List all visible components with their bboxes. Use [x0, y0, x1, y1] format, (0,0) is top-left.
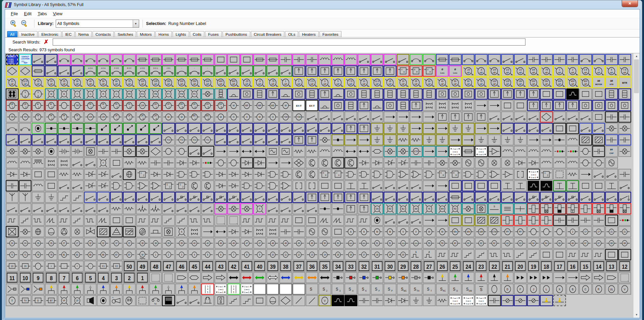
- symbol-cell-ct[interactable]: W: [436, 226, 449, 237]
- symbol-cell-ind[interactable]: [344, 54, 357, 65]
- symbol-cell-ct[interactable]: CR2: [123, 111, 136, 123]
- symbol-cell-arrLR[interactable]: [358, 146, 370, 157]
- symbol-cell-aw[interactable]: [240, 272, 253, 283]
- symbol-cell-boxg[interactable]: [436, 88, 449, 100]
- symbol-cell-led[interactable]: [201, 157, 214, 168]
- symbol-cell-cn[interactable]: 38: [136, 238, 149, 249]
- symbol-cell-cxq[interactable]: [71, 226, 84, 237]
- symbol-cell-cn[interactable]: 21: [618, 226, 631, 237]
- symbol-cell-swb[interactable]: [306, 65, 318, 77]
- symbol-cell-sw[interactable]: [19, 134, 32, 145]
- symbol-cell-cxg[interactable]: [32, 226, 45, 237]
- symbol-cell-sw[interactable]: [279, 203, 292, 214]
- symbol-cell-bars[interactable]: [501, 203, 514, 214]
- symbol-cell-cap[interactable]: [97, 146, 110, 157]
- symbol-cell-coil[interactable]: [214, 157, 227, 168]
- symbol-cell-st[interactable]: S4: [344, 284, 357, 295]
- symbol-cell-di[interactable]: [371, 157, 384, 168]
- symbol-cell-gate[interactable]: [279, 169, 292, 180]
- symbol-cell-xfmr[interactable]: [462, 100, 475, 111]
- symbol-cell-cn[interactable]: 71: [19, 249, 32, 260]
- symbol-cell-swd[interactable]: [214, 192, 227, 203]
- symbol-cell-sqn[interactable]: X2: [110, 261, 123, 272]
- symbol-cell-noT[interactable]: ↑: [201, 65, 214, 77]
- symbol-cell-num[interactable]: 49: [136, 261, 149, 272]
- symbol-cell-gnd[interactable]: [436, 134, 449, 145]
- symbol-cell-cn[interactable]: 67: [592, 238, 605, 249]
- symbol-cell-num[interactable]: 10: [19, 272, 32, 283]
- symbol-cell-stlamp[interactable]: [123, 284, 136, 295]
- symbol-cell-sw[interactable]: [84, 134, 97, 145]
- symbol-cell-sq[interactable]: [227, 215, 240, 226]
- symbol-cell-cn[interactable]: 37: [110, 238, 123, 249]
- menu-item-file[interactable]: File: [8, 10, 21, 17]
- symbol-cell-box[interactable]: [540, 88, 553, 100]
- symbol-cell-cxq[interactable]: [501, 157, 514, 168]
- symbol-cell-boxg[interactable]: [475, 88, 488, 100]
- scrollbar-thumb[interactable]: [634, 59, 639, 93]
- symbol-cell-ffb[interactable]: 12: [175, 180, 188, 191]
- symbol-cell-num[interactable]: 35: [318, 261, 331, 272]
- symbol-cell-pulse[interactable]: [279, 215, 292, 226]
- symbol-cell-num[interactable]: 23: [475, 261, 488, 272]
- symbol-cell-mot[interactable]: 2HP: [292, 77, 305, 88]
- symbol-cell-cap[interactable]: [6, 180, 19, 191]
- symbol-cell-fuse[interactable]: [149, 54, 162, 65]
- symbol-cell-sw[interactable]: [279, 134, 292, 145]
- symbol-cell-sw[interactable]: [6, 134, 19, 145]
- symbol-cell-cn[interactable]: 71: [6, 249, 19, 260]
- symbol-cell-stk[interactable]: [618, 88, 631, 100]
- symbol-cell-sw[interactable]: [58, 134, 71, 145]
- symbol-cell-cxl[interactable]: BU: [397, 203, 410, 214]
- symbol-cell-mot[interactable]: 10HP: [358, 77, 370, 88]
- symbol-cell-trn[interactable]: [306, 169, 318, 180]
- symbol-cell-arr[interactable]: [423, 111, 436, 123]
- symbol-cell-plugc[interactable]: [397, 272, 410, 283]
- symbol-cell-sq[interactable]: [618, 272, 631, 283]
- symbol-cell-ind[interactable]: [501, 146, 514, 157]
- symbol-cell-sw[interactable]: [306, 111, 318, 123]
- symbol-cell-box[interactable]: [605, 215, 618, 226]
- symbol-cell-sw[interactable]: [501, 123, 514, 134]
- tab-contacts[interactable]: Contacts: [93, 31, 114, 37]
- symbol-cell-swb[interactable]: [436, 111, 449, 123]
- symbol-cell-grid3[interactable]: 213065: [214, 284, 227, 295]
- symbol-cell-ct[interactable]: CR: [136, 100, 149, 111]
- symbol-cell-pulse2[interactable]: [488, 249, 501, 260]
- symbol-cell-cx[interactable]: [462, 203, 475, 214]
- symbol-cell-cap[interactable]: [605, 134, 618, 145]
- symbol-cell-box[interactable]: [292, 215, 305, 226]
- symbol-cell-fuse[interactable]: [162, 54, 175, 65]
- symbol-cell-bellc[interactable]: [540, 295, 553, 306]
- symbol-cell-swb[interactable]: [318, 192, 331, 203]
- symbol-cell-stlamp[interactable]: [45, 284, 58, 295]
- close-button[interactable]: ✕: [622, 0, 638, 7]
- symbol-cell-stlamp[interactable]: [110, 284, 123, 295]
- symbol-cell-num[interactable]: 45: [188, 261, 201, 272]
- symbol-cell-ind[interactable]: [332, 146, 344, 157]
- symbol-cell-cn[interactable]: 16: [344, 249, 357, 260]
- symbol-cell-ct[interactable]: ETM: [488, 226, 501, 237]
- symbol-cell-num[interactable]: 17: [553, 261, 566, 272]
- symbol-cell-box[interactable]: [605, 249, 618, 260]
- symbol-cell-ctp[interactable]: X: [553, 284, 566, 295]
- symbol-cell-txt[interactable]: ØLoss: [436, 65, 449, 77]
- symbol-cell-box[interactable]: [110, 215, 123, 226]
- symbol-cell-num[interactable]: 42: [227, 261, 240, 272]
- symbol-cell-swb[interactable]: [292, 65, 305, 77]
- symbol-cell-gnd[interactable]: [488, 134, 501, 145]
- symbol-cell-nc[interactable]: [188, 203, 201, 214]
- symbol-cell-pulse2[interactable]: [188, 215, 201, 226]
- symbol-cell-swb[interactable]: [527, 100, 540, 111]
- symbol-cell-ct[interactable]: TR2: [97, 100, 110, 111]
- symbol-cell-sw[interactable]: [149, 192, 162, 203]
- symbol-cell-pulse[interactable]: [240, 215, 253, 226]
- symbol-cell-no[interactable]: [97, 54, 110, 65]
- symbol-cell-ctp[interactable]: F: [514, 284, 527, 295]
- symbol-cell-dix[interactable]: [97, 169, 110, 180]
- symbol-cell-swb[interactable]: [371, 65, 384, 77]
- symbol-cell-swb[interactable]: [318, 65, 331, 77]
- symbol-cell-box[interactable]: [579, 88, 592, 100]
- symbol-cell-gnd[interactable]: [501, 134, 514, 145]
- symbol-cell-sw[interactable]: [253, 192, 266, 203]
